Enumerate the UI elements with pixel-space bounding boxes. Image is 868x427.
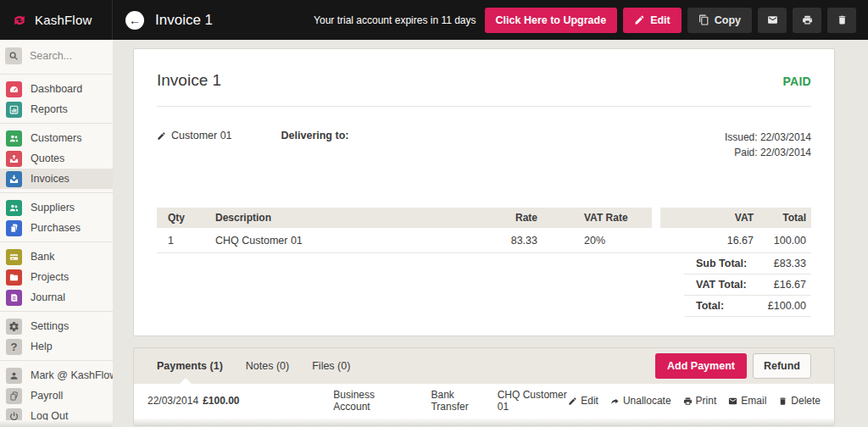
sidebar-item-label: Purchases (31, 222, 81, 234)
email-button[interactable] (758, 8, 787, 33)
invoice-dates: Issued: 22/03/2014 Paid: 22/03/2014 (725, 130, 811, 160)
trial-expiry-text: Your trial account expires in 11 days (314, 14, 476, 26)
printer-icon (683, 396, 693, 406)
copy-icon (698, 14, 709, 25)
status-badge: PAID (782, 75, 811, 88)
refund-button[interactable]: Refund (753, 353, 811, 379)
sidebar-item-projects[interactable]: Projects (0, 267, 113, 287)
sidebar-item-payroll[interactable]: Payroll (0, 385, 113, 406)
payment-account: Business Account (333, 389, 401, 413)
table-header: Qty Description Rate VAT Rate VAT Total (157, 208, 811, 228)
edit-button[interactable]: Edit (623, 8, 682, 33)
sidebar-item-account[interactable]: Mark @ KashFlow (0, 365, 113, 385)
payment-edit-button[interactable]: Edit (568, 395, 598, 407)
delivering-to-label: Delivering to: (281, 130, 349, 141)
search-input[interactable] (30, 50, 106, 62)
action-label: Delete (791, 395, 821, 407)
customer-link[interactable]: Customer 01 (157, 130, 232, 141)
person-icon (6, 368, 22, 384)
pencil-icon (157, 131, 166, 141)
pencil-icon (634, 14, 645, 25)
sidebar-item-label: Quotes (31, 152, 64, 164)
sidebar-item-label: Projects (31, 271, 69, 283)
sidebar-item-help[interactable]: ? Help (0, 336, 113, 357)
back-arrow-icon: ← (129, 14, 141, 27)
upgrade-button[interactable]: Click Here to Upgrade (485, 8, 618, 33)
payment-actions: Edit Unallocate Print Email Delete (568, 395, 821, 407)
copy-button[interactable]: Copy (687, 8, 752, 33)
divider (0, 74, 113, 75)
sidebar-item-customers[interactable]: Customers (0, 128, 113, 148)
paid-date: Paid: 22/03/2014 (725, 145, 811, 160)
sidebar-item-label: Reports (31, 103, 68, 115)
cell-description: CHQ Customer 01 (208, 235, 470, 247)
cell-qty: 1 (157, 235, 208, 247)
vat-total-value: £16.67 (774, 279, 806, 291)
total-label: Total: (696, 300, 724, 312)
col-header-description: Description (208, 212, 470, 224)
trash-icon (837, 14, 848, 25)
envelope-icon (767, 14, 778, 25)
kashflow-logo-icon (11, 12, 28, 29)
payment-unallocate-button[interactable]: Unallocate (610, 395, 671, 407)
total-value: £100.00 (768, 300, 806, 312)
line-items-table: Qty Description Rate VAT Rate VAT Total … (157, 208, 811, 253)
totals-block: Sub Total: £83.33 VAT Total: £16.67 Tota… (684, 253, 811, 317)
printer-icon (802, 14, 813, 25)
sidebar-item-dashboard[interactable]: Dashboard (0, 79, 113, 99)
total-row: Total: £100.00 (684, 296, 811, 317)
issued-date: Issued: 22/03/2014 (725, 130, 811, 145)
panel-bottom-fade (134, 418, 834, 425)
folder-icon (6, 269, 22, 286)
tray-up-icon (6, 151, 22, 167)
copy-label: Copy (715, 14, 741, 26)
print-button[interactable] (793, 8, 821, 33)
sidebar-item-bank[interactable]: Bank (0, 247, 113, 267)
divider (0, 192, 113, 193)
gear-icon (6, 319, 22, 335)
sidebar-item-suppliers[interactable]: Suppliers (0, 197, 113, 218)
sidebar-item-invoices[interactable]: Invoices (0, 169, 113, 189)
sidebar-item-reports[interactable]: Reports (0, 99, 113, 119)
invoice-panel: Invoice 1 PAID Customer 01 Delivering to… (133, 48, 835, 336)
edit-label: Edit (650, 14, 670, 26)
col-header-total: Total (754, 212, 811, 224)
payments-panel: Payments (1) Notes (0) Files (0) Add Pay… (133, 347, 835, 426)
sidebar-item-label: Payroll (31, 390, 63, 402)
customer-name: Customer 01 (171, 130, 232, 141)
question-icon: ? (6, 339, 22, 355)
tab-files[interactable]: Files (0) (312, 360, 350, 372)
vat-total-row: VAT Total: £16.67 (684, 274, 811, 296)
tray-down-icon (6, 171, 22, 187)
action-label: Email (741, 395, 766, 407)
sidebar-item-label: Mark @ KashFlow (31, 369, 117, 381)
cell-total: 100.00 (754, 235, 811, 247)
pages-icon (6, 220, 22, 236)
sidebar-item-purchases[interactable]: Purchases (0, 218, 113, 238)
back-button[interactable]: ← (125, 11, 144, 30)
sidebar-item-quotes[interactable]: Quotes (0, 148, 113, 169)
credit-card-icon (6, 249, 22, 265)
people-icon (6, 130, 22, 147)
add-payment-button[interactable]: Add Payment (655, 353, 747, 379)
people-icon (6, 200, 22, 216)
delete-button[interactable] (827, 8, 856, 33)
sidebar-item-journal[interactable]: Journal (0, 287, 113, 308)
col-header-qty: Qty (157, 212, 208, 224)
unallocate-arrow-icon (610, 396, 620, 406)
sidebar-item-settings[interactable]: Settings (0, 316, 113, 336)
tab-payments[interactable]: Payments (1) (157, 360, 223, 372)
payment-delete-button[interactable]: Delete (778, 395, 821, 407)
divider (0, 241, 113, 242)
tab-notes[interactable]: Notes (0) (246, 360, 289, 372)
sidebar-item-label: Customers (31, 132, 81, 144)
payroll-pages-icon (6, 388, 22, 404)
brand[interactable]: KashFlow (0, 0, 113, 40)
active-tab-notch (180, 378, 192, 384)
divider (0, 311, 113, 312)
sidebar-item-label: Journal (31, 291, 65, 303)
envelope-icon (728, 396, 737, 406)
payment-email-button[interactable]: Email (728, 395, 766, 407)
vat-total-label: VAT Total: (696, 279, 747, 291)
payment-print-button[interactable]: Print (683, 395, 717, 407)
